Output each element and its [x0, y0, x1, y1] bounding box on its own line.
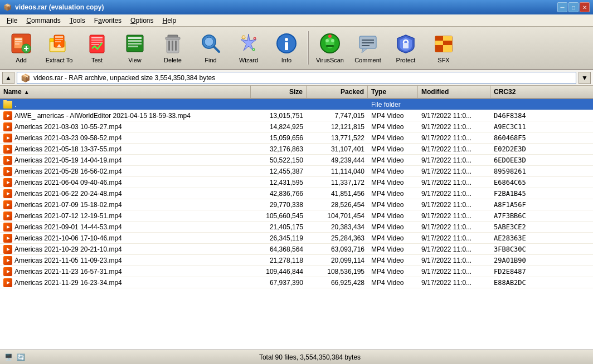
file-name-cell: ▶Americas 2021-05-18 13-37-55.mp4: [0, 144, 251, 154]
status-icons: 🖥️ 🔄: [3, 352, 26, 362]
file-crc-cell: 3FB8C30C: [490, 245, 541, 254]
table-row[interactable]: ▶AIWE_ americas - AIWorldEditor 2021-04-…: [0, 110, 593, 121]
file-packed-cell: 13,771,522: [307, 134, 368, 142]
file-type-cell: MP4 Video: [368, 167, 418, 176]
file-type-cell: MP4 Video: [368, 267, 418, 276]
svg-rect-55: [435, 36, 443, 41]
status-icon-1[interactable]: 🖥️: [3, 352, 13, 362]
file-modified-cell: 9/17/2022 11:0...: [418, 111, 490, 120]
file-name-cell: ▶Americas 2021-07-09 15-18-02.mp4: [0, 200, 251, 210]
file-modified-cell: 9/17/2022 11:0...: [418, 278, 490, 287]
column-modified-header[interactable]: Modified: [418, 86, 490, 98]
svg-rect-46: [326, 45, 334, 47]
table-row[interactable]: ▶Americas 2021-10-06 17-10-46.mp426,345,…: [0, 233, 593, 244]
svg-point-47: [328, 35, 332, 38]
file-modified-cell: 9/17/2022 11:0...: [418, 156, 490, 165]
file-packed-cell: 28,526,454: [307, 200, 368, 209]
toolbar-sfx-button[interactable]: SFX: [426, 29, 461, 67]
view-icon: [124, 32, 146, 55]
menu-file[interactable]: File: [2, 16, 22, 26]
table-row[interactable]: ▶Americas 2021-05-28 16-56-02.mp412,455,…: [0, 166, 593, 177]
svg-rect-52: [362, 45, 370, 46]
navigate-up-button[interactable]: ▲: [2, 72, 14, 84]
window-title: videos.rar (evaluation copy): [15, 3, 104, 11]
file-name-cell: ▶Americas 2021-07-12 12-19-51.mp4: [0, 211, 251, 221]
table-row[interactable]: ▶Americas 2021-10-29 20-21-10.mp464,368,…: [0, 244, 593, 255]
toolbar-find-button[interactable]: Find: [193, 29, 229, 67]
file-modified-cell: 9/17/2022 11:0...: [418, 234, 490, 243]
toolbar-virusscan-button[interactable]: VirusScan: [312, 29, 348, 67]
extract-label: Extract To: [46, 57, 73, 63]
file-list[interactable]: .File folder▶AIWE_ americas - AIWorldEdi…: [0, 99, 593, 350]
table-row[interactable]: ▶Americas 2021-03-03 10-55-27.mp414,824,…: [0, 121, 593, 132]
file-icon: ▶: [3, 134, 12, 142]
file-crc-cell: A7F3BB6C: [490, 211, 541, 220]
file-size-cell: 21,405,175: [251, 223, 307, 232]
file-modified-cell: 9/17/2022 11:0...: [418, 223, 490, 232]
toolbar-delete-button[interactable]: Delete: [155, 29, 191, 67]
toolbar-extract-button[interactable]: Extract To: [41, 29, 77, 67]
maximize-button[interactable]: □: [568, 2, 579, 12]
svg-rect-59: [435, 45, 443, 52]
file-packed-cell: 12,121,815: [307, 122, 368, 131]
menu-help[interactable]: Help: [158, 16, 181, 26]
menu-favorites[interactable]: Favorites: [90, 16, 126, 26]
toolbar-comment-button[interactable]: Comment: [350, 29, 386, 67]
file-size-cell: 21,278,118: [251, 256, 307, 265]
file-modified-cell: 9/17/2022 11:0...: [418, 178, 490, 187]
file-size-cell: 15,059,656: [251, 134, 307, 142]
test-label: Test: [91, 57, 103, 63]
toolbar-info-button[interactable]: Info: [269, 29, 304, 67]
file-crc-cell: E88AB2DC: [490, 278, 541, 287]
toolbar-add-button[interactable]: Add: [3, 29, 39, 67]
svg-rect-18: [91, 40, 103, 41]
table-row[interactable]: ▶Americas 2021-05-19 14-04-19.mp450,522,…: [0, 155, 593, 166]
file-packed-cell: 108,536,195: [307, 267, 368, 276]
table-row[interactable]: ▶Americas 2021-05-18 13-37-55.mp432,176,…: [0, 144, 593, 155]
column-type-header[interactable]: Type: [368, 86, 418, 98]
file-icon: ▶: [3, 156, 12, 165]
toolbar-test-button[interactable]: Test: [79, 29, 115, 67]
table-row[interactable]: ▶Americas 2021-11-05 11-09-23.mp421,278,…: [0, 255, 593, 266]
menu-tools[interactable]: Tools: [65, 16, 90, 26]
file-size-cell: 67,937,390: [251, 278, 307, 287]
column-packed-header[interactable]: Packed: [307, 86, 368, 98]
delete-icon: [162, 32, 184, 55]
close-button[interactable]: ✕: [580, 2, 590, 12]
table-row[interactable]: ▶Americas 2021-09-01 14-44-53.mp421,405,…: [0, 222, 593, 233]
file-size-cell: 29,770,338: [251, 200, 307, 209]
column-size-header[interactable]: Size: [251, 86, 307, 98]
toolbar-wizard-button[interactable]: Wizard: [231, 29, 266, 67]
svg-rect-2: [15, 38, 22, 40]
file-name: Americas 2021-11-23 16-57-31.mp4: [14, 268, 122, 276]
add-icon: [10, 32, 32, 55]
file-icon: ▶: [3, 211, 12, 220]
table-row[interactable]: ▶Americas 2021-11-23 16-57-31.mp4109,446…: [0, 266, 593, 277]
virusscan-icon: [319, 32, 341, 55]
file-crc-cell: 6ED0EE3D: [490, 156, 541, 165]
file-name-cell: ▶Americas 2021-10-29 20-21-10.mp4: [0, 244, 251, 254]
table-row[interactable]: ▶Americas 2021-07-12 12-19-51.mp4105,660…: [0, 210, 593, 222]
table-row[interactable]: .File folder: [0, 99, 593, 110]
file-modified-cell: 9/17/2022 11:0...: [418, 134, 490, 142]
table-row[interactable]: ▶Americas 2021-07-09 15-18-02.mp429,770,…: [0, 199, 593, 210]
file-crc-cell: 860468F5: [490, 134, 541, 142]
table-row[interactable]: ▶Americas 2021-11-29 16-23-34.mp467,937,…: [0, 277, 593, 288]
toolbar-protect-button[interactable]: Protect: [388, 29, 424, 67]
column-name-header[interactable]: Name ▲: [0, 86, 251, 98]
file-size-cell: 12,455,387: [251, 167, 307, 176]
address-dropdown-button[interactable]: ▼: [579, 72, 591, 84]
svg-rect-26: [168, 35, 178, 37]
minimize-button[interactable]: ─: [557, 2, 567, 12]
file-name-cell: ▶Americas 2021-09-01 14-44-53.mp4: [0, 222, 251, 232]
status-icon-2[interactable]: 🔄: [16, 352, 26, 362]
table-row[interactable]: ▶Americas 2021-06-22 20-24-48.mp442,836,…: [0, 188, 593, 199]
toolbar-view-button[interactable]: View: [117, 29, 153, 67]
column-crc-header[interactable]: CRC32: [490, 86, 541, 98]
menu-options[interactable]: Options: [126, 16, 158, 26]
column-type-label: Type: [371, 88, 386, 96]
table-row[interactable]: ▶Americas 2021-03-23 09-58-52.mp415,059,…: [0, 132, 593, 144]
table-row[interactable]: ▶Americas 2021-06-04 09-40-46.mp412,431,…: [0, 177, 593, 188]
menu-commands[interactable]: Commands: [22, 16, 65, 26]
file-name: Americas 2021-11-29 16-23-34.mp4: [14, 279, 122, 287]
